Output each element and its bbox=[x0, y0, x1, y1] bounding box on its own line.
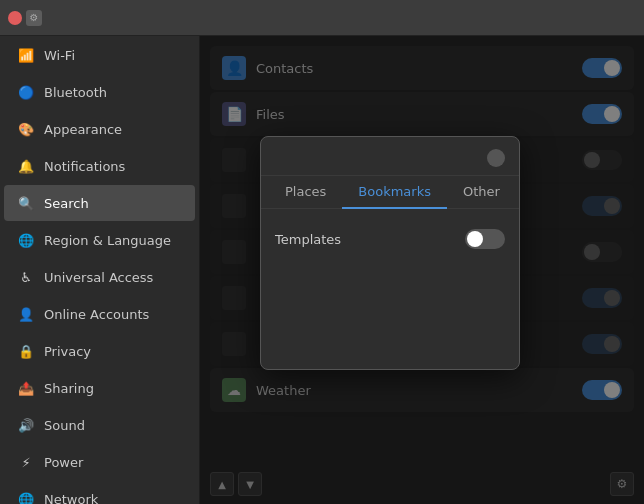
sidebar-item-online-accounts[interactable]: 👤 Online Accounts bbox=[4, 296, 195, 332]
sidebar-item-privacy[interactable]: 🔒 Privacy bbox=[4, 333, 195, 369]
modal-tab-bookmarks[interactable]: Bookmarks bbox=[342, 176, 447, 209]
sidebar-icon-region-language: 🌐 bbox=[18, 232, 34, 248]
sidebar-icon-appearance: 🎨 bbox=[18, 121, 34, 137]
sidebar-icon-search: 🔍 bbox=[18, 195, 34, 211]
sidebar-label-network: Network bbox=[44, 492, 98, 505]
modal-overlay: PlacesBookmarksOther Templates bbox=[200, 36, 644, 504]
sidebar-icon-wifi: 📶 bbox=[18, 47, 34, 63]
modal-row-label-templates: Templates bbox=[275, 232, 465, 247]
close-button[interactable]: × bbox=[8, 11, 22, 25]
sidebar-label-privacy: Privacy bbox=[44, 344, 91, 359]
sidebar-label-search: Search bbox=[44, 196, 89, 211]
sidebar-item-wifi[interactable]: 📶 Wi-Fi bbox=[4, 37, 195, 73]
sidebar: 📶 Wi-Fi 🔵 Bluetooth 🎨 Appearance 🔔 Notif… bbox=[0, 36, 200, 504]
modal-toggle-templates[interactable] bbox=[465, 229, 505, 249]
sidebar-item-sound[interactable]: 🔊 Sound bbox=[4, 407, 195, 443]
modal-close-button[interactable] bbox=[487, 149, 505, 167]
modal-header bbox=[261, 137, 519, 176]
modal-content: Templates bbox=[261, 209, 519, 369]
sidebar-label-power: Power bbox=[44, 455, 83, 470]
modal-tab-other[interactable]: Other bbox=[447, 176, 516, 209]
sidebar-icon-universal-access: ♿ bbox=[18, 269, 34, 285]
settings-icon: ⚙ bbox=[26, 10, 42, 26]
sidebar-label-online-accounts: Online Accounts bbox=[44, 307, 149, 322]
sidebar-label-notifications: Notifications bbox=[44, 159, 125, 174]
sidebar-icon-power: ⚡ bbox=[18, 454, 34, 470]
sidebar-label-sharing: Sharing bbox=[44, 381, 94, 396]
sidebar-item-universal-access[interactable]: ♿ Universal Access bbox=[4, 259, 195, 295]
sidebar-item-search[interactable]: 🔍 Search bbox=[4, 185, 195, 221]
sidebar-item-power[interactable]: ⚡ Power bbox=[4, 444, 195, 480]
sidebar-label-universal-access: Universal Access bbox=[44, 270, 153, 285]
sidebar-item-notifications[interactable]: 🔔 Notifications bbox=[4, 148, 195, 184]
main-layout: 📶 Wi-Fi 🔵 Bluetooth 🎨 Appearance 🔔 Notif… bbox=[0, 36, 644, 504]
sidebar-item-bluetooth[interactable]: 🔵 Bluetooth bbox=[4, 74, 195, 110]
search-locations-modal: PlacesBookmarksOther Templates bbox=[260, 136, 520, 370]
sidebar-label-wifi: Wi-Fi bbox=[44, 48, 75, 63]
sidebar-icon-bluetooth: 🔵 bbox=[18, 84, 34, 100]
sidebar-item-network[interactable]: 🌐 Network bbox=[4, 481, 195, 504]
sidebar-icon-sharing: 📤 bbox=[18, 380, 34, 396]
sidebar-icon-network: 🌐 bbox=[18, 491, 34, 504]
sidebar-label-sound: Sound bbox=[44, 418, 85, 433]
sidebar-label-region-language: Region & Language bbox=[44, 233, 171, 248]
sidebar-label-bluetooth: Bluetooth bbox=[44, 85, 107, 100]
modal-row-templates: Templates bbox=[275, 223, 505, 255]
sidebar-item-sharing[interactable]: 📤 Sharing bbox=[4, 370, 195, 406]
content-area: 👤 Contacts 📄 Files ☁️ Weather bbox=[200, 36, 644, 504]
sidebar-item-region-language[interactable]: 🌐 Region & Language bbox=[4, 222, 195, 258]
sidebar-icon-online-accounts: 👤 bbox=[18, 306, 34, 322]
sidebar-icon-privacy: 🔒 bbox=[18, 343, 34, 359]
sidebar-label-appearance: Appearance bbox=[44, 122, 122, 137]
modal-tab-places[interactable]: Places bbox=[269, 176, 342, 209]
titlebar: × ⚙ bbox=[0, 0, 644, 36]
sidebar-icon-sound: 🔊 bbox=[18, 417, 34, 433]
modal-tabs: PlacesBookmarksOther bbox=[261, 176, 519, 209]
sidebar-item-appearance[interactable]: 🎨 Appearance bbox=[4, 111, 195, 147]
sidebar-icon-notifications: 🔔 bbox=[18, 158, 34, 174]
